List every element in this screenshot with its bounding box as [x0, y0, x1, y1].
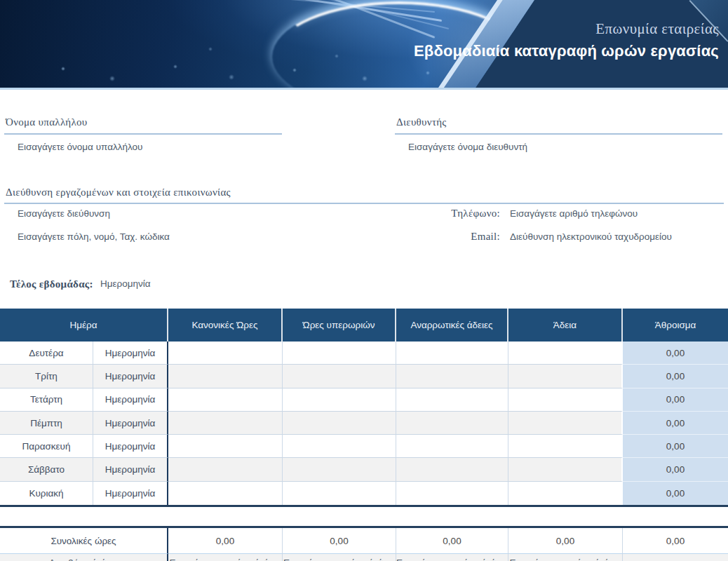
overtime-hours-cell[interactable] — [283, 388, 396, 412]
date-cell[interactable]: Ημερομηνία — [93, 342, 168, 365]
week-ending-date-input[interactable]: Ημερομηνία — [100, 278, 151, 289]
email-row: Email: Διεύθυνση ηλεκτρονικού ταχυδρομεί… — [395, 231, 722, 243]
total-overtime-hours: 0,00 — [283, 528, 396, 554]
employee-name-label: Όνομα υπαλλήλου — [4, 116, 282, 135]
vacation-cell[interactable] — [508, 342, 623, 365]
day-cell: Τετάρτη — [0, 388, 93, 412]
overtime-hours-cell[interactable] — [283, 365, 396, 388]
total-sum: 0,00 — [623, 528, 728, 554]
employee-name-field: Όνομα υπαλλήλου Εισαγάγετε όνομα υπαλλήλ… — [4, 116, 282, 152]
table-row: Παρασκευή Ημερομηνία 0,00 — [0, 435, 728, 458]
banner: Επωνυμία εταιρείας Εβδομαδιαία καταγραφή… — [0, 0, 728, 88]
email-input[interactable]: Διεύθυνση ηλεκτρονικού ταχυδρομείου — [510, 231, 672, 242]
address-input[interactable]: Εισαγάγετε διεύθυνση — [18, 208, 110, 219]
regular-hours-cell[interactable] — [168, 482, 283, 505]
header-overtime-hours: Ώρες υπερωριών — [283, 309, 396, 342]
manager-name-input[interactable]: Εισαγάγετε όνομα διευθυντή — [408, 142, 722, 152]
regular-hours-cell[interactable] — [168, 412, 283, 435]
overtime-hours-cell[interactable] — [283, 342, 396, 365]
date-cell[interactable]: Ημερομηνία — [93, 458, 168, 481]
page-title: Εβδομαδιαία καταγραφή ωρών εργασίας — [270, 42, 719, 60]
timesheet-header-row: Ημέρα Κανονικές Ώρες Ώρες υπερωριών Αναρ… — [0, 309, 728, 342]
day-cell: Κυριακή — [0, 482, 93, 505]
rate-sick-input[interactable]: Εισαγάγετε ποσό ανά ώρα — [396, 554, 508, 561]
sum-cell: 0,00 — [623, 435, 728, 458]
overtime-hours-cell[interactable] — [283, 482, 396, 505]
vacation-cell[interactable] — [508, 388, 623, 412]
date-cell[interactable]: Ημερομηνία — [93, 482, 168, 505]
header-sick-leave: Αναρρωτικές άδειες — [396, 309, 508, 342]
header-sum: Άθροισμα — [623, 309, 728, 342]
sick-leave-cell[interactable] — [396, 458, 508, 481]
total-sick-leave: 0,00 — [396, 528, 508, 554]
total-hours-label: Συνολικές ώρες — [0, 528, 168, 554]
employee-name-input[interactable]: Εισαγάγετε όνομα υπαλλήλου — [18, 142, 282, 152]
date-cell[interactable]: Ημερομηνία — [93, 365, 168, 388]
address-section-label: Διεύθυνση εργαζομένων και στοιχεία επικο… — [4, 187, 724, 204]
total-regular-hours: 0,00 — [168, 528, 283, 554]
sum-cell: 0,00 — [623, 388, 728, 412]
rate-per-hour-label: Αμοιβή ανά ώρα — [0, 554, 168, 561]
regular-hours-cell[interactable] — [168, 435, 283, 458]
totals-table: Συνολικές ώρες 0,00 0,00 0,00 0,00 0,00 … — [0, 526, 728, 561]
sum-cell: 0,00 — [623, 482, 728, 505]
address-section: Διεύθυνση εργαζομένων και στοιχεία επικο… — [4, 187, 724, 204]
day-cell: Πέμπτη — [0, 412, 93, 435]
total-hours-row: Συνολικές ώρες 0,00 0,00 0,00 0,00 0,00 — [0, 528, 728, 554]
sum-cell: 0,00 — [623, 365, 728, 388]
header-day: Ημέρα — [0, 309, 168, 342]
banner-bottom-strip — [0, 88, 728, 90]
sick-leave-cell[interactable] — [396, 388, 508, 412]
sum-cell: 0,00 — [623, 342, 728, 365]
vacation-cell[interactable] — [508, 458, 623, 481]
sick-leave-cell[interactable] — [396, 412, 508, 435]
regular-hours-cell[interactable] — [168, 388, 283, 412]
rate-per-hour-row: Αμοιβή ανά ώρα Εισαγάγετε ποσό ανά ώρα Ε… — [0, 554, 728, 561]
phone-label: Τηλέφωνο: — [395, 208, 500, 219]
manager-name-label: Διευθυντής — [395, 116, 722, 135]
sick-leave-cell[interactable] — [396, 435, 508, 458]
vacation-cell[interactable] — [508, 482, 623, 505]
rate-vacation-input[interactable]: Εισαγάγετε ποσό ανά ώρα — [508, 554, 623, 561]
timesheet-body: Δευτέρα Ημερομηνία 0,00 Τρίτη Ημερομηνία… — [0, 342, 728, 507]
regular-hours-cell[interactable] — [168, 365, 283, 388]
timesheet-table: Ημέρα Κανονικές Ώρες Ώρες υπερωριών Αναρ… — [0, 309, 728, 507]
sick-leave-cell[interactable] — [396, 342, 508, 365]
company-name[interactable]: Επωνυμία εταιρείας — [270, 20, 719, 38]
overtime-hours-cell[interactable] — [283, 412, 396, 435]
table-row: Κυριακή Ημερομηνία 0,00 — [0, 482, 728, 505]
week-ending-label: Τέλος εβδομάδας: — [10, 278, 93, 290]
sick-leave-cell[interactable] — [396, 482, 508, 505]
city-state-zip-input[interactable]: Εισαγάγετε πόλη, νομό, Ταχ. κώδικα — [18, 231, 170, 242]
day-cell: Σάββατο — [0, 458, 93, 481]
regular-hours-cell[interactable] — [168, 342, 283, 365]
overtime-hours-cell[interactable] — [283, 435, 396, 458]
phone-input[interactable]: Εισαγάγετε αριθμό τηλεφώνου — [510, 208, 638, 219]
header-vacation: Άδεια — [508, 309, 623, 342]
date-cell[interactable]: Ημερομηνία — [93, 435, 168, 458]
sum-cell: 0,00 — [623, 412, 728, 435]
overtime-hours-cell[interactable] — [283, 458, 396, 481]
table-row: Τετάρτη Ημερομηνία 0,00 — [0, 388, 728, 412]
total-vacation: 0,00 — [508, 528, 623, 554]
sick-leave-cell[interactable] — [396, 365, 508, 388]
date-cell[interactable]: Ημερομηνία — [93, 412, 168, 435]
phone-row: Τηλέφωνο: Εισαγάγετε αριθμό τηλεφώνου — [395, 208, 722, 219]
table-row: Τρίτη Ημερομηνία 0,00 — [0, 365, 728, 388]
vacation-cell[interactable] — [508, 412, 623, 435]
regular-hours-cell[interactable] — [168, 458, 283, 481]
rate-overtime-input[interactable]: Εισαγάγετε ποσό ανά ώρα — [283, 554, 396, 561]
date-cell[interactable]: Ημερομηνία — [93, 388, 168, 412]
header-regular-hours: Κανονικές Ώρες — [168, 309, 283, 342]
rate-sum-cell — [623, 554, 728, 561]
email-label: Email: — [395, 231, 500, 243]
rate-regular-input[interactable]: Εισαγάγετε ποσό ανά ώρα — [168, 554, 283, 561]
table-row: Σάββατο Ημερομηνία 0,00 — [0, 458, 728, 481]
weekly-timesheet-page: Επωνυμία εταιρείας Εβδομαδιαία καταγραφή… — [0, 0, 728, 561]
vacation-cell[interactable] — [508, 435, 623, 458]
week-ending-row: Τέλος εβδομάδας: Ημερομηνία — [10, 278, 290, 290]
table-row: Πέμπτη Ημερομηνία 0,00 — [0, 412, 728, 435]
day-cell: Παρασκευή — [0, 435, 93, 458]
vacation-cell[interactable] — [508, 365, 623, 388]
table-row: Δευτέρα Ημερομηνία 0,00 — [0, 342, 728, 365]
